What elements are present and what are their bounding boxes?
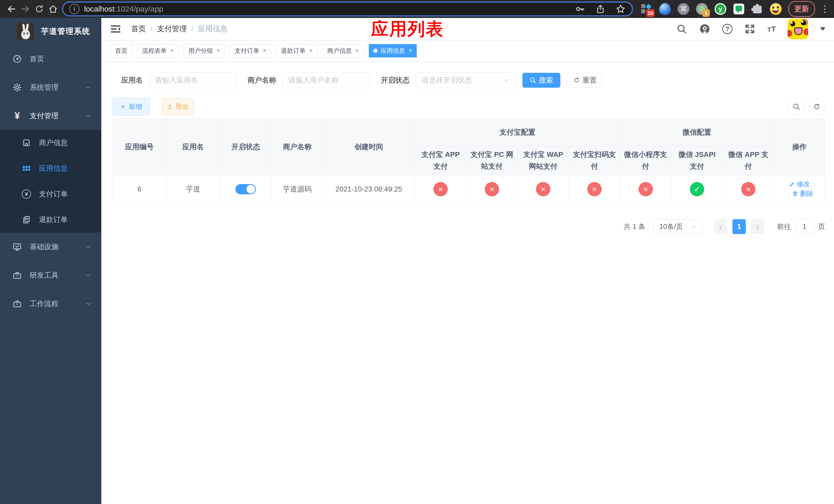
delete-link[interactable]: 删除 <box>792 189 813 198</box>
prev-page-button[interactable]: ‹ <box>714 219 727 234</box>
status-badge: × <box>485 182 499 197</box>
current-page-button[interactable]: 1 <box>732 219 746 234</box>
page-annotation: 应用列表 <box>371 18 444 41</box>
fullscreen-icon[interactable] <box>744 23 755 35</box>
browser-reload-button[interactable] <box>32 2 46 16</box>
github-icon[interactable] <box>699 23 710 35</box>
sidebar-item-refund-order[interactable]: 退款订单 <box>0 207 101 232</box>
breadcrumb: 首页 / 支付管理 / 应用信息 <box>131 24 227 34</box>
add-button[interactable]: 新增 <box>112 98 150 115</box>
goto-suffix: 页 <box>818 222 825 231</box>
close-icon[interactable]: × <box>409 47 412 54</box>
avatar-caret-icon[interactable] <box>820 27 826 31</box>
sidebar-item-system[interactable]: 系统管理 <box>0 73 101 101</box>
share-icon[interactable] <box>595 4 605 14</box>
extension-pin-icon[interactable] <box>659 3 671 15</box>
browser-menu-icon[interactable]: ⋮ <box>820 4 829 14</box>
status-select[interactable]: 请选择开启状态 <box>416 72 516 88</box>
export-button[interactable]: 导出 <box>161 98 194 115</box>
extension-record-icon[interactable]: 1 <box>696 3 708 15</box>
store-icon <box>21 137 32 148</box>
merchant-name-input[interactable] <box>282 72 370 88</box>
extension-chat-icon[interactable] <box>733 3 745 15</box>
bookmark-star-icon[interactable] <box>615 4 626 14</box>
sidebar-item-label: 工作流程 <box>30 299 59 308</box>
app-logo[interactable]: 芋道管理系统 <box>0 18 101 45</box>
top-navbar: 首页 / 支付管理 / 应用信息 应用列表 ? TT <box>101 18 834 40</box>
status-toggle[interactable] <box>236 184 256 194</box>
status-badge: ✓ <box>690 182 704 197</box>
cell-created: 2021-10-23 08:49:25 <box>323 175 415 203</box>
sidebar-item-label: 研发工具 <box>30 271 59 280</box>
browser-back-button[interactable] <box>5 2 19 16</box>
col-header-wx-jsapi: 微信 JSAPI 支付 <box>672 146 723 175</box>
header-search-icon[interactable] <box>676 23 687 35</box>
col-header-status: 开启状态 <box>220 119 272 175</box>
refresh-table-button[interactable] <box>809 98 825 115</box>
browser-forward-button[interactable] <box>19 2 32 16</box>
sidebar-item-merchant-info[interactable]: 商户信息 <box>0 130 101 156</box>
chevron-down-icon <box>503 77 510 84</box>
browser-home-button[interactable] <box>46 2 60 16</box>
breadcrumb-home[interactable]: 首页 <box>131 24 146 34</box>
url-text: localhost:1024/pay/app <box>84 5 163 13</box>
tab-user-group[interactable]: 用户分组× <box>184 44 224 58</box>
app-name-label: 应用名 <box>121 75 143 85</box>
page-size-select[interactable]: 10条/页 <box>654 219 702 234</box>
tab-app-info[interactable]: 应用信息× <box>369 44 416 58</box>
toggle-search-button[interactable] <box>788 98 805 115</box>
site-info-icon[interactable]: i <box>69 4 80 14</box>
sidebar-item-dev-tools[interactable]: 研发工具 <box>0 261 101 290</box>
font-size-icon[interactable]: TT <box>767 25 776 33</box>
extension-y-icon[interactable]: y <box>715 3 726 15</box>
close-icon[interactable]: × <box>355 47 359 54</box>
sidebar-collapse-icon[interactable] <box>110 24 121 34</box>
tab-pay-order[interactable]: 支付订单× <box>230 44 271 58</box>
browser-chrome: i localhost:1024/pay/app 10 ⌘ 1 y <box>0 0 834 18</box>
tab-process-form[interactable]: 流程表单× <box>137 44 178 58</box>
address-bar[interactable]: i localhost:1024/pay/app <box>62 2 633 17</box>
status-badge: × <box>536 182 550 197</box>
document-icon <box>21 214 32 225</box>
extension-sketch-icon[interactable]: 10 <box>641 3 653 15</box>
pagination-total: 共 1 条 <box>624 222 645 231</box>
sidebar-item-label: 系统管理 <box>30 83 59 92</box>
help-icon[interactable]: ? <box>722 24 732 34</box>
sidebar-item-home[interactable]: 首页 <box>0 45 101 73</box>
sidebar-item-workflow[interactable]: 工作流程 <box>0 290 101 318</box>
password-key-icon[interactable] <box>575 4 585 14</box>
tab-merchant-info[interactable]: 商户信息× <box>323 44 364 58</box>
close-icon[interactable]: × <box>170 47 174 54</box>
search-button[interactable]: 搜索 <box>522 73 561 88</box>
close-icon[interactable]: × <box>263 47 266 54</box>
browser-update-button[interactable]: 更新 <box>788 1 815 17</box>
extension-badge: 10 <box>646 9 655 17</box>
user-avatar[interactable] <box>788 19 808 39</box>
sidebar-item-infrastructure[interactable]: 基础设施 <box>0 232 101 261</box>
breadcrumb-payment[interactable]: 支付管理 <box>157 24 187 34</box>
tab-refund-order[interactable]: 退款订单× <box>276 44 317 58</box>
sidebar: 芋道管理系统 首页 系统管理 ¥ 支付管理 商户信息 应用信息 <box>0 18 101 504</box>
sidebar-item-label: 首页 <box>30 54 44 64</box>
extension-emoji-icon[interactable] <box>770 3 782 15</box>
active-dot <box>373 49 377 53</box>
close-icon[interactable]: × <box>216 47 220 54</box>
col-header-merchant: 商户名称 <box>272 119 323 175</box>
col-group-wechat: 微信配置 <box>620 119 774 146</box>
col-header-alipay-pc: 支付宝 PC 网站支付 <box>466 146 518 175</box>
tab-home[interactable]: 首页 <box>111 44 132 58</box>
reset-button[interactable]: 重置 <box>567 73 603 88</box>
sidebar-item-app-info[interactable]: 应用信息 <box>0 156 101 181</box>
extension-puzzle-icon[interactable] <box>751 3 763 15</box>
goto-label: 前往 <box>777 222 791 231</box>
app-name-input[interactable] <box>149 72 237 88</box>
next-page-button[interactable]: › <box>751 219 764 234</box>
goto-page-input[interactable] <box>795 219 814 234</box>
sidebar-item-payment[interactable]: ¥ 支付管理 <box>0 101 101 130</box>
filter-form: 应用名 商户名称 开启状态 请选择开启状态 搜索 重置 <box>112 72 825 88</box>
sidebar-item-pay-order[interactable]: ¥ 支付订单 <box>0 181 101 207</box>
extension-command-icon[interactable]: ⌘ <box>678 3 689 15</box>
close-icon[interactable]: × <box>309 47 312 54</box>
edit-link[interactable]: 修改 <box>789 180 810 189</box>
status-label: 开启状态 <box>381 75 410 85</box>
